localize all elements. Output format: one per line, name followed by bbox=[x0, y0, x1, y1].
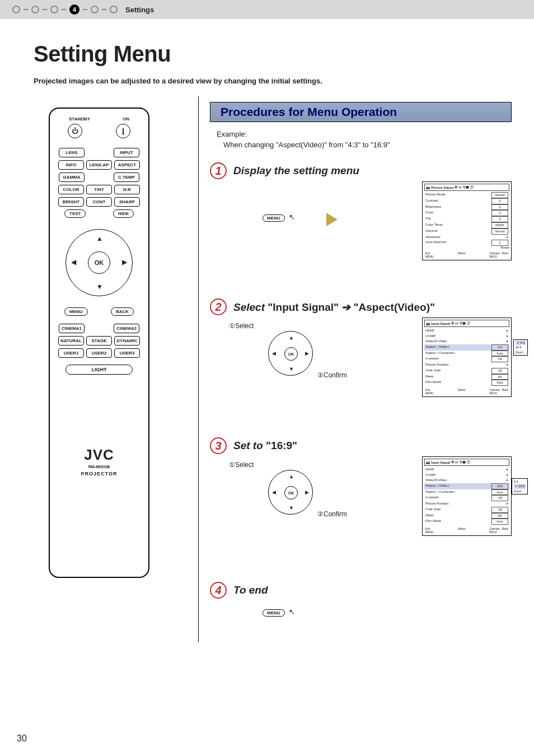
osd-input-signal-1: 📷Input Signal⚙ ▭ ⚲ ▦ ⓘ HDMI ▸COMP. ▸Vide… bbox=[422, 318, 512, 397]
step-1-body: MENU ↖ 📷Picture Adjust⚙ ▭ ⚲ ▦ ⓘ Picture … bbox=[218, 184, 512, 282]
test-button[interactable]: TEST bbox=[64, 209, 86, 218]
sharp-button[interactable]: SHARP bbox=[114, 197, 140, 207]
step-number-icon: 3 bbox=[210, 437, 227, 454]
menu-button-icon: MENU bbox=[263, 609, 285, 617]
on-label: ON bbox=[123, 116, 129, 122]
menu-button-icon: MENU bbox=[263, 214, 285, 222]
lens-ap-button[interactable]: LENS.AP bbox=[86, 160, 112, 170]
menu-button[interactable]: MENU bbox=[64, 307, 88, 316]
nav-pad-small: ▲▼◀▶ OK bbox=[268, 331, 313, 376]
cont-button[interactable]: CONT bbox=[86, 197, 112, 207]
cinema2-button[interactable]: CINEMA2 bbox=[114, 324, 139, 333]
procedures-heading: Procedures for Menu Operation bbox=[210, 102, 512, 122]
aspect-popup: ✓ 4:3 16:9 Zoom bbox=[513, 339, 528, 356]
step-4: 4 To end bbox=[210, 582, 512, 599]
info-button[interactable]: INFO bbox=[58, 160, 84, 170]
user1-button[interactable]: USER1 bbox=[58, 348, 84, 358]
step-2-body: ①Select ▲▼◀▶ OK ②Confirm 📷Input Signal⚙ … bbox=[218, 320, 512, 421]
right-arrow-icon bbox=[326, 213, 338, 226]
dynamic-button[interactable]: DYNAMIC bbox=[114, 336, 140, 346]
gamma-button[interactable]: GAMMA bbox=[59, 172, 85, 182]
on-button[interactable]: ❙ bbox=[116, 124, 130, 138]
projector-label: PROJECTOR bbox=[57, 471, 142, 477]
example-label: Example: bbox=[217, 130, 512, 138]
step-1: 1 Display the setting menu bbox=[210, 162, 512, 179]
top-header-bar: 4 Settings bbox=[0, 0, 534, 19]
natural-button[interactable]: NATURAL bbox=[58, 336, 84, 346]
cursor-icon: ↖ bbox=[289, 608, 295, 616]
lens-button[interactable]: LENS bbox=[59, 148, 85, 157]
confirm-label: ②Confirm bbox=[317, 510, 347, 518]
input-button[interactable]: INPUT bbox=[114, 148, 139, 157]
step-3: 3 Set to "16:9" bbox=[210, 437, 512, 454]
standby-label: STANDBY bbox=[69, 116, 90, 122]
brand-logo: JVC bbox=[57, 446, 142, 464]
step-3-body: ①Select ▲▼◀▶ OK ②Confirm 📷Input Signal⚙ … bbox=[218, 459, 512, 565]
ok-button[interactable]: OK bbox=[88, 251, 110, 274]
aspect-popup: 4:3 ✓ 16:9 Zoom bbox=[512, 478, 528, 494]
step-2-title: Select "Input Signal" ➔ "Aspect(Video)" bbox=[233, 301, 435, 314]
confirm-label: ②Confirm bbox=[317, 371, 347, 379]
color-button[interactable]: COLOR bbox=[58, 185, 84, 194]
aspect-button[interactable]: ASPECT bbox=[114, 160, 140, 170]
select-label: ①Select bbox=[229, 461, 254, 469]
step-indicator: 4 bbox=[12, 4, 118, 15]
cinema1-button[interactable]: CINEMA1 bbox=[59, 324, 85, 333]
cursor-icon: ↖ bbox=[289, 213, 295, 221]
right-arrow-icon[interactable]: ▶ bbox=[122, 258, 127, 266]
back-button[interactable]: BACK bbox=[111, 307, 134, 316]
stage-button[interactable]: STAGE bbox=[86, 336, 112, 346]
left-arrow-icon[interactable]: ◀ bbox=[71, 258, 76, 266]
hide-button[interactable]: HIDE bbox=[113, 209, 134, 218]
example-text: When changing "Aspect(Video)" from "4:3"… bbox=[223, 141, 512, 149]
step-2: 2 Select "Input Signal" ➔ "Aspect(Video)… bbox=[210, 298, 512, 315]
section-label: Settings bbox=[125, 6, 154, 14]
bright-button[interactable]: BRIGHT bbox=[58, 197, 84, 207]
user3-button[interactable]: USER3 bbox=[114, 348, 140, 358]
step-4-title: To end bbox=[233, 584, 268, 596]
user2-button[interactable]: USER2 bbox=[86, 348, 112, 358]
standby-button[interactable]: ⏻ bbox=[68, 124, 82, 138]
model-number: RM-MH2GB bbox=[57, 465, 142, 469]
step-4-body: MENU ↖ bbox=[218, 603, 512, 626]
nav-pad[interactable]: ▲ ▼ ◀ ▶ OK bbox=[60, 223, 138, 302]
step-number-icon: 2 bbox=[210, 298, 227, 315]
step-1-title: Display the setting menu bbox=[233, 165, 359, 177]
up-arrow-icon[interactable]: ▲ bbox=[96, 235, 103, 242]
tint-button[interactable]: TINT bbox=[86, 185, 112, 194]
page-intro: Projected images can be adjusted to a de… bbox=[34, 77, 534, 85]
down-arrow-icon[interactable]: ▼ bbox=[96, 283, 103, 291]
nav-pad-small: ▲▼◀▶ OK bbox=[268, 470, 313, 515]
light-button[interactable]: LIGHT bbox=[65, 365, 133, 375]
step-number-icon: 4 bbox=[210, 582, 227, 599]
remote-control: STANDBYON ⏻ ❙ LENS INPUT INFO LENS.AP AS… bbox=[49, 108, 149, 578]
osd-input-signal-2: 📷Input Signal⚙ ▭ ⚲ ▦ ⓘ HDMI ▸COMP. ▸Vide… bbox=[422, 456, 512, 536]
ctemp-button[interactable]: C.TEMP bbox=[114, 172, 139, 182]
page-title: Setting Menu bbox=[34, 41, 534, 67]
step-current: 4 bbox=[69, 4, 79, 15]
osd-picture-adjust: 📷Picture Adjust⚙ ▭ ⚲ ▦ ⓘ Picture ModeNat… bbox=[422, 181, 512, 260]
select-label: ①Select bbox=[229, 322, 254, 330]
step-3-title: Set to "16:9" bbox=[233, 440, 297, 452]
step-number-icon: 1 bbox=[210, 162, 227, 179]
page-number: 30 bbox=[17, 734, 27, 744]
nr-button[interactable]: N.R bbox=[114, 185, 140, 194]
